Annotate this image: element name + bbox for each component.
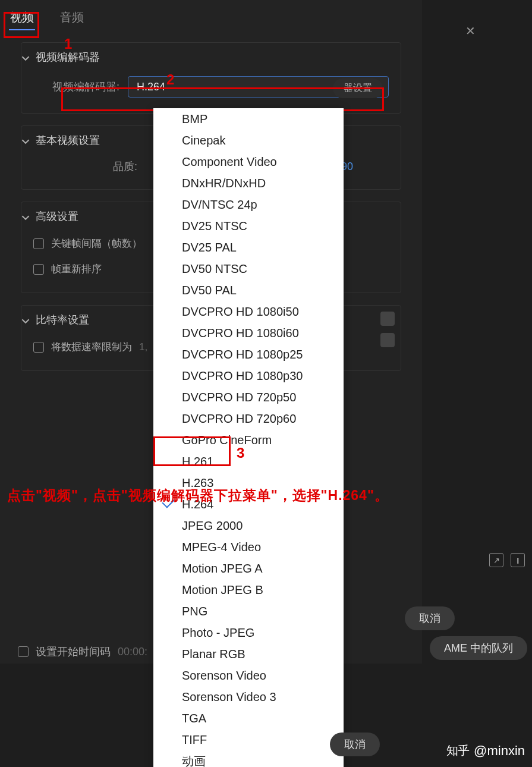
- codec-option[interactable]: Motion JPEG B: [153, 579, 344, 601]
- checkbox-keyframe[interactable]: [33, 238, 44, 249]
- chevron-down-icon: [21, 53, 30, 61]
- codec-dropdown-menu[interactable]: BMPCinepakComponent VideoDNxHR/DNxHDDV/N…: [153, 108, 344, 767]
- codec-option[interactable]: DVCPRO HD 720p60: [153, 408, 344, 429]
- cancel-button-lower[interactable]: 取消: [330, 733, 380, 756]
- tab-audio[interactable]: 音频: [59, 6, 85, 30]
- timecode-row: 设置开始时间码 00:00:: [18, 645, 147, 659]
- reorder-label: 帧重新排序: [51, 262, 102, 276]
- codec-option[interactable]: BMP: [153, 108, 344, 130]
- codec-option[interactable]: DVCPRO HD 720p50: [153, 386, 344, 408]
- toolbar-icons: ↗ ⫿: [489, 553, 525, 567]
- codec-option[interactable]: Cinepak: [153, 130, 344, 151]
- limit-suffix: 1,: [139, 341, 147, 353]
- checkbox-limit-rate[interactable]: [33, 342, 44, 353]
- tabs-row: 视频 音频: [0, 0, 422, 30]
- codec-dropdown-value: H.264: [137, 81, 165, 93]
- codec-option[interactable]: DVCPRO HD 1080i50: [153, 301, 344, 322]
- codec-option[interactable]: Motion JPEG A: [153, 558, 344, 579]
- codec-option[interactable]: TIFF: [153, 729, 344, 750]
- mini-dropdown-1[interactable]: [380, 312, 395, 326]
- section-basic-title: 基本视频设置: [36, 133, 100, 147]
- annotation-instruction: 点击"视频"，点击"视频编解码器下拉菜单"，选择"H.264"。: [7, 486, 389, 505]
- codec-settings-button[interactable]: 器设置: [333, 78, 383, 98]
- codec-option[interactable]: DVCPRO HD 1080p25: [153, 344, 344, 365]
- checkbox-reorder[interactable]: [33, 264, 44, 275]
- watermark: 知乎 @minxin: [446, 743, 525, 759]
- codec-option[interactable]: DV50 PAL: [153, 279, 344, 301]
- codec-option[interactable]: GoPro CineForm: [153, 429, 344, 451]
- codec-option[interactable]: DV25 NTSC: [153, 215, 344, 237]
- codec-option[interactable]: JPEG 2000: [153, 515, 344, 536]
- codec-option[interactable]: Photo - JPEG: [153, 622, 344, 643]
- cancel-button[interactable]: 取消: [405, 606, 455, 630]
- zhihu-logo: 知乎: [446, 743, 469, 759]
- codec-option[interactable]: H.261: [153, 451, 344, 472]
- limit-label: 将数据速率限制为: [51, 340, 132, 354]
- codec-option[interactable]: 动画: [153, 750, 344, 767]
- timecode-value[interactable]: 00:00:: [118, 646, 147, 658]
- section-bitrate-title: 比特率设置: [36, 313, 89, 327]
- keyframe-label: 关键帧间隔（帧数）: [51, 237, 142, 250]
- chart-icon[interactable]: ⫿: [511, 553, 525, 567]
- chevron-down-icon: [21, 212, 30, 221]
- codec-option[interactable]: PNG: [153, 601, 344, 622]
- quality-label: 品质:: [33, 159, 137, 174]
- codec-option[interactable]: Sorenson Video 3: [153, 686, 344, 708]
- section-codec: 视频编解码器 视频编解码器: H.264 器设置: [21, 42, 401, 114]
- chevron-down-icon: [21, 316, 30, 324]
- codec-option[interactable]: DV25 PAL: [153, 237, 344, 258]
- section-advanced-title: 高级设置: [36, 209, 78, 224]
- codec-label: 视频编解码器:: [33, 80, 119, 94]
- tab-video[interactable]: 视频: [9, 6, 35, 30]
- ame-queue-button[interactable]: AME 中的队列: [430, 636, 527, 660]
- codec-option[interactable]: Sorenson Video: [153, 665, 344, 686]
- codec-option[interactable]: MPEG-4 Video: [153, 536, 344, 558]
- codec-option[interactable]: TGA: [153, 708, 344, 729]
- codec-option[interactable]: DNxHR/DNxHD: [153, 172, 344, 194]
- codec-option[interactable]: Planar RGB: [153, 643, 344, 665]
- chevron-down-icon: [21, 136, 30, 144]
- section-codec-title: 视频编解码器: [36, 50, 100, 64]
- codec-option[interactable]: DVCPRO HD 1080i60: [153, 322, 344, 344]
- mini-dropdown-2[interactable]: [380, 333, 395, 347]
- export-icon[interactable]: ↗: [489, 553, 503, 567]
- codec-option[interactable]: DV/NTSC 24p: [153, 194, 344, 215]
- codec-option[interactable]: Component Video: [153, 151, 344, 172]
- checkbox-timecode[interactable]: [18, 646, 29, 657]
- codec-option[interactable]: DV50 NTSC: [153, 258, 344, 279]
- section-codec-header[interactable]: 视频编解码器: [21, 43, 389, 71]
- watermark-author: @minxin: [474, 743, 525, 759]
- timecode-label: 设置开始时间码: [36, 645, 111, 659]
- codec-option[interactable]: DVCPRO HD 1080p30: [153, 365, 344, 386]
- close-icon[interactable]: ✕: [465, 24, 476, 38]
